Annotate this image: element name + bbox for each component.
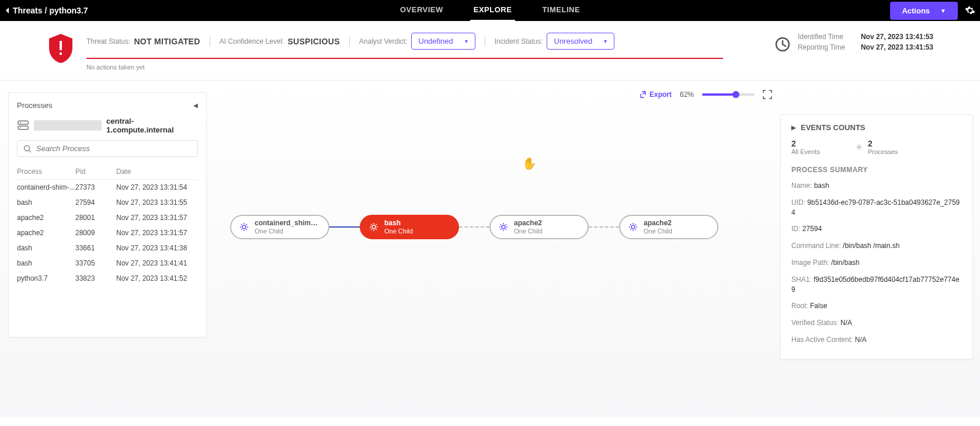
ai-confidence-value: SUSPICIOUS	[287, 37, 339, 46]
count-item: 2All Events	[791, 139, 820, 155]
chevron-left-icon	[5, 8, 11, 13]
graph-node[interactable]: apache2One Child	[619, 215, 718, 239]
threat-status-label: Threat Status:	[86, 37, 130, 46]
svg-point-7	[25, 145, 30, 151]
svg-point-13	[858, 146, 860, 148]
graph-node[interactable]: containerd_shim-...One Child	[230, 215, 329, 239]
svg-rect-3	[18, 121, 28, 124]
svg-point-12	[631, 225, 635, 229]
processes-panel: Processes ◀ central-1.compute.internal P…	[8, 92, 207, 337]
process-row[interactable]: apache228001Nov 27, 2023 13:31:57	[17, 210, 198, 225]
host-icon	[17, 119, 29, 132]
svg-point-9	[242, 225, 246, 229]
svg-point-10	[372, 225, 376, 229]
process-row[interactable]: dash33661Nov 27, 2023 13:41:38	[17, 240, 198, 256]
breadcrumb-root: Threats	[13, 6, 43, 15]
summary-field: SHA1: f9d351e05d6bedb97f6d404cf17ab77752…	[791, 275, 962, 295]
identified-time-value: Nov 27, 2023 13:41:53	[861, 33, 933, 41]
chevron-down-icon: ▾	[604, 38, 607, 44]
breadcrumb[interactable]: Threats / python3.7	[5, 6, 88, 15]
col-date: Date	[116, 167, 198, 176]
summary-field: Image Path: /bin/bash	[791, 258, 962, 268]
analyst-verdict-dropdown[interactable]: Undefined ▾	[411, 33, 475, 50]
process-row[interactable]: apache228009Nov 27, 2023 13:31:57	[17, 225, 198, 240]
process-gear-icon	[627, 221, 639, 233]
tab-timeline[interactable]: TIMELINE	[538, 0, 583, 22]
summary-field: Command Line: /bin/bash /main.sh	[791, 241, 962, 251]
tab-explore[interactable]: EXPLORE	[470, 0, 516, 22]
zoom-percent: 62%	[680, 90, 694, 99]
summary-field: Name: bash	[791, 181, 962, 191]
status-underline	[86, 58, 723, 59]
zoom-thumb[interactable]	[732, 91, 739, 98]
host-redacted	[34, 120, 102, 131]
col-process: Process	[17, 167, 75, 176]
threat-status-value: NOT MITIGATED	[134, 37, 200, 46]
hand-pan-icon: ✋	[522, 156, 537, 170]
summary-field: ID: 27594	[791, 224, 962, 234]
graph-node[interactable]: apache2One Child	[489, 215, 589, 239]
shield-alert-icon	[47, 33, 75, 64]
ai-confidence-label: AI Confidence Level:	[220, 37, 284, 46]
fullscreen-icon[interactable]	[763, 90, 772, 99]
summary-field: Root: False	[791, 301, 962, 311]
svg-rect-0	[60, 41, 62, 50]
details-panel: ▶ EVENTS COUNTS 2All Events2Processes PR…	[780, 114, 973, 359]
incident-status-label: Incident Status:	[495, 37, 543, 46]
svg-rect-4	[18, 126, 28, 130]
chevron-down-icon: ▾	[465, 38, 468, 44]
reporting-time-value: Nov 27, 2023 13:41:53	[861, 43, 933, 51]
graph-canvas[interactable]: Export 62% ✋ containerd_shim-...One Chil…	[207, 81, 780, 417]
svg-rect-1	[60, 53, 62, 55]
svg-point-11	[502, 225, 505, 229]
analyst-verdict-label: Analyst Verdict:	[359, 37, 408, 46]
main-area: Processes ◀ central-1.compute.internal P…	[0, 81, 980, 417]
zoom-slider[interactable]	[702, 93, 755, 96]
export-button[interactable]: Export	[640, 90, 672, 99]
process-row[interactable]: bash33705Nov 27, 2023 13:41:41	[17, 256, 198, 271]
process-summary-title: PROCESS SUMMARY	[791, 166, 962, 174]
events-counts-title: EVENTS COUNTS	[801, 123, 866, 132]
process-row[interactable]: containerd-shim-...27373Nov 27, 2023 13:…	[17, 180, 198, 195]
breadcrumb-current: python3.7	[49, 6, 88, 15]
process-gear-icon	[498, 221, 509, 233]
search-process-input[interactable]	[36, 144, 192, 153]
svg-point-5	[20, 122, 21, 123]
process-row[interactable]: bash27594Nov 27, 2023 13:31:55	[17, 195, 198, 210]
process-graph: containerd_shim-...One ChildbashOne Chil…	[230, 215, 718, 239]
gear-icon	[855, 143, 863, 151]
tab-overview[interactable]: OVERVIEW	[397, 0, 447, 22]
canvas-toolbar: Export 62%	[640, 90, 772, 99]
search-process-box[interactable]	[17, 140, 198, 157]
actions-button[interactable]: Actions ▼	[890, 2, 958, 20]
identified-time-label: Identified Time	[798, 33, 856, 41]
count-item: 2Processes	[855, 139, 898, 155]
graph-edge	[329, 226, 360, 228]
top-tabs: OVERVIEW EXPLORE TIMELINE	[397, 0, 583, 22]
collapse-left-icon[interactable]: ◀	[193, 102, 198, 109]
export-icon	[640, 91, 647, 98]
status-bar: Threat Status: NOT MITIGATED AI Confiden…	[0, 21, 980, 81]
svg-line-8	[29, 151, 31, 152]
summary-field: UID: 9b51436d-ec79-0787-ac3c-51ba0493627…	[791, 198, 962, 218]
no-actions-text: No actions taken yet	[86, 64, 763, 71]
search-icon	[23, 145, 32, 153]
actions-label: Actions	[902, 6, 930, 15]
process-gear-icon	[368, 221, 380, 233]
process-row[interactable]: python3.733823Nov 27, 2023 13:41:52	[17, 271, 198, 286]
events-toggle-icon[interactable]: ▶	[791, 124, 796, 131]
process-gear-icon	[238, 221, 250, 233]
chevron-down-icon: ▼	[940, 8, 946, 14]
svg-point-6	[20, 127, 21, 128]
reporting-time-label: Reporting Time	[798, 43, 856, 51]
summary-field: Has Active Content: N/A	[791, 335, 962, 345]
graph-node[interactable]: bashOne Child	[360, 215, 459, 239]
graph-edge	[589, 226, 619, 228]
processes-title: Processes	[17, 101, 53, 110]
host-suffix: central-1.compute.internal	[106, 117, 198, 134]
col-pid: Pid	[75, 167, 116, 176]
gear-icon[interactable]	[965, 5, 975, 16]
incident-status-dropdown[interactable]: Unresolved ▾	[547, 33, 615, 50]
graph-edge	[459, 226, 489, 228]
top-bar: Threats / python3.7 OVERVIEW EXPLORE TIM…	[0, 0, 980, 21]
